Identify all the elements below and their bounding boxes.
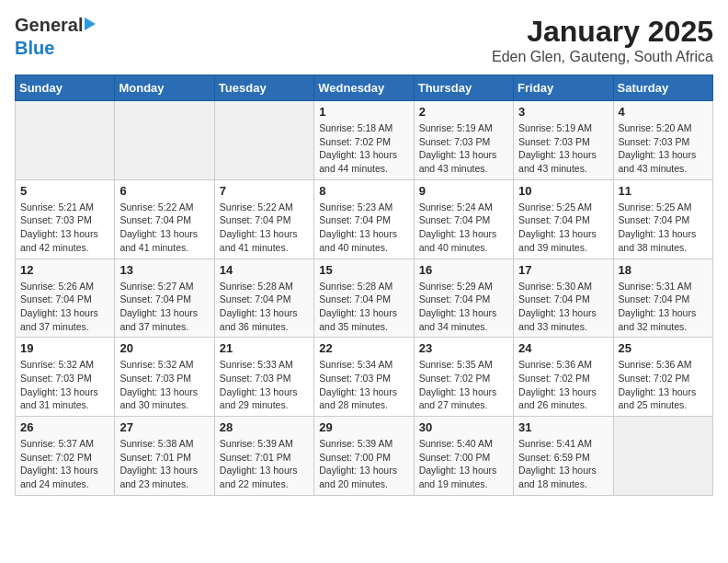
day-number: 23 <box>419 341 508 355</box>
day-info: Sunrise: 5:38 AM Sunset: 7:01 PM Dayligh… <box>119 437 209 491</box>
day-header-tuesday: Tuesday <box>214 75 313 101</box>
week-row-1: 1Sunrise: 5:18 AM Sunset: 7:02 PM Daylig… <box>16 101 713 180</box>
calendar-cell: 18Sunrise: 5:31 AM Sunset: 7:04 PM Dayli… <box>613 259 712 338</box>
day-info: Sunrise: 5:21 AM Sunset: 7:03 PM Dayligh… <box>20 201 109 255</box>
day-number: 9 <box>419 184 508 198</box>
calendar-cell: 21Sunrise: 5:33 AM Sunset: 7:03 PM Dayli… <box>214 338 313 417</box>
day-info: Sunrise: 5:28 AM Sunset: 7:04 PM Dayligh… <box>220 280 309 334</box>
day-header-wednesday: Wednesday <box>314 75 414 101</box>
day-number: 25 <box>619 341 708 355</box>
day-number: 17 <box>518 263 608 277</box>
week-row-3: 12Sunrise: 5:26 AM Sunset: 7:04 PM Dayli… <box>16 259 713 338</box>
calendar-cell: 23Sunrise: 5:35 AM Sunset: 7:02 PM Dayli… <box>414 338 513 417</box>
calendar-cell: 31Sunrise: 5:41 AM Sunset: 6:59 PM Dayli… <box>514 417 613 496</box>
day-header-monday: Monday <box>115 75 214 101</box>
day-header-sunday: Sunday <box>16 75 115 101</box>
calendar-table: SundayMondayTuesdayWednesdayThursdayFrid… <box>15 75 713 496</box>
day-number: 3 <box>518 105 608 119</box>
day-number: 31 <box>518 420 608 434</box>
calendar-header: SundayMondayTuesdayWednesdayThursdayFrid… <box>16 75 713 101</box>
day-info: Sunrise: 5:41 AM Sunset: 6:59 PM Dayligh… <box>518 437 608 491</box>
calendar-cell: 19Sunrise: 5:32 AM Sunset: 7:03 PM Dayli… <box>16 338 115 417</box>
day-info: Sunrise: 5:25 AM Sunset: 7:04 PM Dayligh… <box>518 201 608 255</box>
calendar-cell: 6Sunrise: 5:22 AM Sunset: 7:04 PM Daylig… <box>115 179 214 259</box>
day-info: Sunrise: 5:35 AM Sunset: 7:02 PM Dayligh… <box>419 358 508 412</box>
week-row-4: 19Sunrise: 5:32 AM Sunset: 7:03 PM Dayli… <box>16 338 713 417</box>
day-number: 4 <box>619 105 708 119</box>
calendar-cell: 14Sunrise: 5:28 AM Sunset: 7:04 PM Dayli… <box>214 259 313 338</box>
day-number: 14 <box>220 263 309 277</box>
calendar-cell: 20Sunrise: 5:32 AM Sunset: 7:03 PM Dayli… <box>115 338 214 417</box>
day-number: 7 <box>220 184 309 198</box>
calendar-cell: 26Sunrise: 5:37 AM Sunset: 7:02 PM Dayli… <box>16 417 115 496</box>
day-info: Sunrise: 5:28 AM Sunset: 7:04 PM Dayligh… <box>319 280 408 334</box>
logo: General Blue <box>15 15 96 59</box>
day-info: Sunrise: 5:32 AM Sunset: 7:03 PM Dayligh… <box>20 358 109 412</box>
day-info: Sunrise: 5:26 AM Sunset: 7:04 PM Dayligh… <box>20 280 109 334</box>
day-header-friday: Friday <box>514 75 613 101</box>
day-number: 10 <box>518 184 608 198</box>
calendar-cell: 11Sunrise: 5:25 AM Sunset: 7:04 PM Dayli… <box>613 179 712 259</box>
day-info: Sunrise: 5:36 AM Sunset: 7:02 PM Dayligh… <box>518 358 608 412</box>
day-number: 19 <box>20 341 109 355</box>
calendar-cell: 17Sunrise: 5:30 AM Sunset: 7:04 PM Dayli… <box>514 259 613 338</box>
calendar-cell: 12Sunrise: 5:26 AM Sunset: 7:04 PM Dayli… <box>16 259 115 338</box>
day-info: Sunrise: 5:19 AM Sunset: 7:03 PM Dayligh… <box>419 121 508 176</box>
calendar-cell: 15Sunrise: 5:28 AM Sunset: 7:04 PM Dayli… <box>314 259 414 338</box>
calendar-cell: 30Sunrise: 5:40 AM Sunset: 7:00 PM Dayli… <box>414 417 513 496</box>
day-info: Sunrise: 5:33 AM Sunset: 7:03 PM Dayligh… <box>220 358 309 412</box>
day-number: 18 <box>619 263 708 277</box>
calendar-cell <box>16 101 115 180</box>
day-info: Sunrise: 5:30 AM Sunset: 7:04 PM Dayligh… <box>518 280 608 334</box>
day-number: 12 <box>20 263 109 277</box>
logo-general-text: General <box>15 15 83 35</box>
day-number: 24 <box>518 341 608 355</box>
calendar-cell: 7Sunrise: 5:22 AM Sunset: 7:04 PM Daylig… <box>214 179 313 259</box>
calendar-cell: 3Sunrise: 5:19 AM Sunset: 7:03 PM Daylig… <box>514 101 613 180</box>
day-info: Sunrise: 5:37 AM Sunset: 7:02 PM Dayligh… <box>20 437 109 491</box>
calendar-cell: 8Sunrise: 5:23 AM Sunset: 7:04 PM Daylig… <box>314 179 414 259</box>
calendar-cell: 27Sunrise: 5:38 AM Sunset: 7:01 PM Dayli… <box>115 417 214 496</box>
day-number: 27 <box>119 420 209 434</box>
logo-chevron-icon <box>85 17 96 30</box>
day-info: Sunrise: 5:27 AM Sunset: 7:04 PM Dayligh… <box>119 280 209 334</box>
day-info: Sunrise: 5:22 AM Sunset: 7:04 PM Dayligh… <box>119 201 209 255</box>
day-info: Sunrise: 5:39 AM Sunset: 7:01 PM Dayligh… <box>220 437 309 491</box>
day-info: Sunrise: 5:25 AM Sunset: 7:04 PM Dayligh… <box>619 201 708 255</box>
day-number: 16 <box>419 263 508 277</box>
day-info: Sunrise: 5:18 AM Sunset: 7:02 PM Dayligh… <box>319 121 408 176</box>
day-number: 28 <box>220 420 309 434</box>
calendar-cell: 25Sunrise: 5:36 AM Sunset: 7:02 PM Dayli… <box>613 338 712 417</box>
calendar-cell: 2Sunrise: 5:19 AM Sunset: 7:03 PM Daylig… <box>414 101 513 180</box>
calendar-cell: 29Sunrise: 5:39 AM Sunset: 7:00 PM Dayli… <box>314 417 414 496</box>
day-number: 5 <box>20 184 109 198</box>
calendar-cell: 5Sunrise: 5:21 AM Sunset: 7:03 PM Daylig… <box>16 179 115 259</box>
day-info: Sunrise: 5:20 AM Sunset: 7:03 PM Dayligh… <box>619 121 708 176</box>
day-info: Sunrise: 5:22 AM Sunset: 7:04 PM Dayligh… <box>220 201 309 255</box>
day-header-thursday: Thursday <box>414 75 513 101</box>
header-row: SundayMondayTuesdayWednesdayThursdayFrid… <box>16 75 713 101</box>
week-row-2: 5Sunrise: 5:21 AM Sunset: 7:03 PM Daylig… <box>16 179 713 259</box>
day-number: 20 <box>119 341 209 355</box>
day-number: 15 <box>319 263 408 277</box>
day-info: Sunrise: 5:36 AM Sunset: 7:02 PM Dayligh… <box>619 358 708 412</box>
calendar-cell <box>613 417 712 496</box>
day-number: 21 <box>220 341 309 355</box>
calendar-cell: 9Sunrise: 5:24 AM Sunset: 7:04 PM Daylig… <box>414 179 513 259</box>
page-title: January 2025 <box>492 15 713 49</box>
calendar-cell: 16Sunrise: 5:29 AM Sunset: 7:04 PM Dayli… <box>414 259 513 338</box>
day-number: 8 <box>319 184 408 198</box>
day-info: Sunrise: 5:24 AM Sunset: 7:04 PM Dayligh… <box>419 201 508 255</box>
calendar-cell: 10Sunrise: 5:25 AM Sunset: 7:04 PM Dayli… <box>514 179 613 259</box>
day-info: Sunrise: 5:19 AM Sunset: 7:03 PM Dayligh… <box>518 121 608 176</box>
day-number: 30 <box>419 420 508 434</box>
day-number: 6 <box>119 184 209 198</box>
day-info: Sunrise: 5:40 AM Sunset: 7:00 PM Dayligh… <box>419 437 508 491</box>
calendar-cell: 22Sunrise: 5:34 AM Sunset: 7:03 PM Dayli… <box>314 338 414 417</box>
day-info: Sunrise: 5:29 AM Sunset: 7:04 PM Dayligh… <box>419 280 508 334</box>
day-info: Sunrise: 5:34 AM Sunset: 7:03 PM Dayligh… <box>319 358 408 412</box>
calendar-body: 1Sunrise: 5:18 AM Sunset: 7:02 PM Daylig… <box>16 101 713 496</box>
logo-blue-text: Blue <box>15 38 54 58</box>
day-number: 13 <box>119 263 209 277</box>
day-header-saturday: Saturday <box>613 75 712 101</box>
